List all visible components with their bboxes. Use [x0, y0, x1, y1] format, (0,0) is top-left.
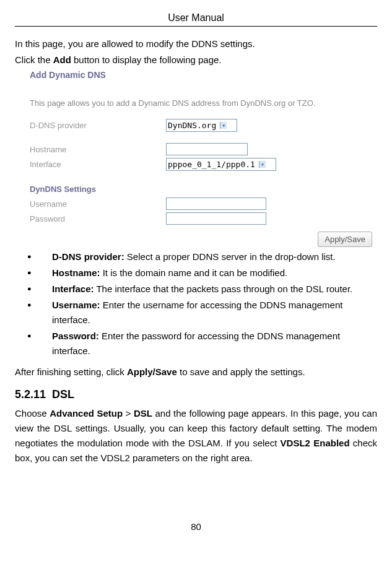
password-row: Password — [30, 212, 377, 225]
intro-line-2-bold: Add — [53, 54, 71, 65]
interface-row: Interface pppoe_0_1_1/ppp0.1 ▾ — [30, 158, 377, 171]
page-number: 80 — [15, 521, 377, 544]
section-body-mid1: > — [123, 408, 134, 419]
interface-select[interactable]: pppoe_0_1_1/ppp0.1 ▾ — [166, 158, 276, 171]
intro-line-2-pre: Click the — [15, 54, 53, 65]
after-post: to save and apply the settings. — [177, 367, 305, 377]
section-body-b3: VDSL2 Enabled — [281, 438, 350, 448]
list-item: Hostname: It is the domain name and it c… — [27, 266, 377, 280]
username-input[interactable] — [166, 197, 266, 210]
bullet-label: Password: — [52, 331, 99, 341]
section-heading: 5.2.11 DSL — [15, 388, 377, 401]
section-body-pre: Choose — [15, 408, 50, 419]
bullet-text: Select a proper DDNS server in the drop-… — [124, 251, 336, 262]
list-item: D-DNS provider: Select a proper DDNS ser… — [27, 249, 377, 264]
after-pre: After finishing setting, click — [15, 367, 127, 377]
after-setting-text: After finishing setting, click Apply/Sav… — [15, 365, 377, 380]
section-body-b1: Advanced Setup — [50, 408, 123, 419]
section-body: Choose Advanced Setup > DSL and the foll… — [15, 406, 377, 466]
form-description: This page allows you to add a Dynamic DN… — [30, 98, 377, 108]
hostname-input[interactable] — [166, 143, 248, 155]
intro-line-2: Click the Add button to display the foll… — [15, 53, 377, 67]
page-header-title: User Manual — [15, 12, 377, 27]
list-item: Interface: The interface that the packet… — [27, 282, 377, 297]
bullet-text: The interface that the packets pass thro… — [94, 284, 353, 294]
form-title: Add Dynamic DNS — [30, 70, 377, 80]
username-label: Username — [30, 199, 166, 209]
bullet-label: Interface: — [52, 284, 94, 294]
password-label: Password — [30, 214, 166, 223]
bullet-label: Hostname: — [52, 267, 100, 278]
dropdown-arrow-icon: ▾ — [259, 161, 266, 168]
section-body-b2: DSL — [134, 408, 152, 419]
password-input[interactable] — [166, 212, 266, 225]
apply-row: Apply/Save — [20, 233, 377, 245]
interface-label: Interface — [30, 160, 166, 169]
section-number: 5.2.11 — [15, 388, 46, 401]
ddns-form-screenshot: Add Dynamic DNS This page allows you to … — [20, 70, 377, 245]
provider-select-value: DynDNS.org — [168, 121, 216, 130]
provider-row: D-DNS provider DynDNS.org ▾ — [30, 119, 377, 132]
after-bold: Apply/Save — [127, 367, 177, 377]
interface-select-value: pppoe_0_1_1/ppp0.1 — [168, 160, 255, 169]
intro-line-1: In this page, you are allowed to modify … — [15, 37, 377, 51]
dyndns-settings-title: DynDNS Settings — [30, 184, 377, 194]
section-title: DSL — [52, 388, 74, 401]
bullet-text: It is the domain name and it can be modi… — [100, 267, 288, 278]
list-item: Username: Enter the username for accessi… — [27, 298, 377, 328]
provider-select[interactable]: DynDNS.org ▾ — [166, 119, 237, 132]
dropdown-arrow-icon: ▾ — [220, 122, 227, 129]
hostname-label: Hostname — [30, 145, 166, 154]
username-row: Username — [30, 197, 377, 210]
intro-line-2-post: button to display the following page. — [71, 54, 222, 65]
provider-label: D-DNS provider — [30, 121, 166, 130]
apply-save-button[interactable]: Apply/Save — [318, 232, 372, 247]
bullet-label: Username: — [52, 300, 100, 310]
bullet-label: D-DNS provider: — [52, 251, 124, 262]
field-description-list: D-DNS provider: Select a proper DDNS ser… — [15, 249, 377, 358]
hostname-row: Hostname — [30, 143, 377, 155]
list-item: Password: Enter the password for accessi… — [27, 329, 377, 358]
